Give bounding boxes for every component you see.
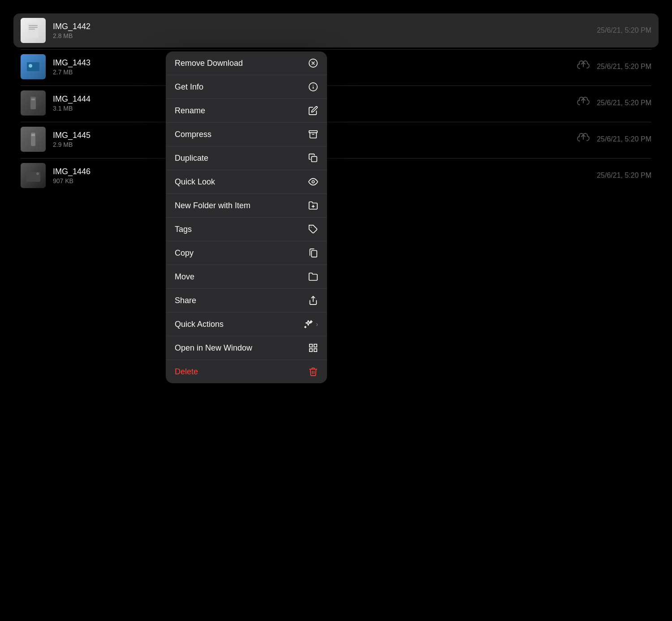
menu-item-duplicate[interactable]: Duplicate: [166, 146, 327, 170]
pencil-icon: [308, 106, 318, 116]
copy-icon: [308, 248, 318, 258]
duplicate-icon: [308, 153, 318, 163]
menu-item-rename[interactable]: Rename: [166, 99, 327, 123]
menu-item-share[interactable]: Share: [166, 289, 327, 313]
eye-icon: [308, 177, 318, 187]
file-item[interactable]: IMG_1444 3.1 MB 25/6/21, 5:20 PM: [13, 86, 659, 120]
svg-rect-20: [311, 251, 317, 257]
svg-rect-5: [29, 64, 32, 68]
share-icon: [308, 296, 318, 305]
trash-icon: [308, 367, 318, 377]
menu-label-move: Move: [175, 272, 194, 282]
menu-item-quick-actions[interactable]: Quick Actions ›: [166, 313, 327, 336]
file-date: 25/6/21, 5:20 PM: [597, 171, 651, 180]
folder-icon: [308, 272, 318, 282]
menu-item-delete[interactable]: Delete: [166, 360, 327, 383]
cloud-upload-icon: [577, 133, 590, 146]
file-name: IMG_1442: [53, 22, 597, 31]
svg-rect-7: [31, 99, 35, 100]
archive-icon: [308, 129, 318, 139]
file-date: 25/6/21, 5:20 PM: [597, 135, 651, 143]
svg-point-11: [36, 172, 39, 175]
menu-label-quick-actions: Quick Actions: [175, 320, 224, 329]
menu-label-compress: Compress: [175, 130, 211, 139]
file-thumbnail: [21, 90, 46, 116]
menu-label-copy: Copy: [175, 248, 194, 258]
file-item-selected[interactable]: IMG_1442 2.8 MB 25/6/21, 5:20 PM: [13, 13, 659, 47]
svg-rect-25: [314, 349, 317, 351]
svg-rect-22: [310, 344, 312, 347]
menu-label-remove-download: Remove Download: [175, 59, 243, 68]
menu-label-quick-look: Quick Look: [175, 177, 215, 187]
menu-item-tags[interactable]: Tags: [166, 218, 327, 241]
file-date: 25/6/21, 5:20 PM: [597, 99, 651, 107]
sparkles-icon: [303, 319, 313, 329]
chevron-right-icon: ›: [316, 321, 318, 328]
menu-label-rename: Rename: [175, 106, 205, 116]
menu-item-compress[interactable]: Compress: [166, 123, 327, 146]
menu-item-move[interactable]: Move: [166, 265, 327, 289]
file-item[interactable]: IMG_1446 907 KB 25/6/21, 5:20 PM: [13, 158, 659, 193]
svg-rect-4: [27, 62, 39, 71]
svg-rect-23: [314, 344, 317, 347]
file-item[interactable]: IMG_1445 2.9 MB 25/6/21, 5:20 PM: [13, 122, 659, 156]
file-size: 2.8 MB: [53, 32, 597, 39]
file-date: 25/6/21, 5:20 PM: [597, 26, 651, 34]
file-thumbnail: [21, 54, 46, 79]
grid-icon: [308, 343, 318, 353]
svg-point-16: [312, 180, 314, 183]
file-thumbnail: [21, 127, 46, 152]
svg-rect-14: [309, 131, 317, 133]
svg-rect-9: [31, 134, 35, 136]
menu-label-new-folder-item: New Folder with Item: [175, 201, 250, 210]
menu-label-tags: Tags: [175, 225, 192, 234]
svg-rect-24: [310, 349, 312, 351]
file-item[interactable]: IMG_1443 2.7 MB 25/6/21, 5:20 PM: [13, 50, 659, 84]
file-info: IMG_1442 2.8 MB: [53, 22, 597, 39]
menu-label-duplicate: Duplicate: [175, 154, 208, 163]
svg-rect-3: [29, 29, 35, 30]
tag-icon: [308, 224, 318, 234]
folder-plus-icon: [308, 201, 318, 210]
circle-x-icon: [308, 58, 318, 68]
menu-item-get-info[interactable]: Get Info: [166, 75, 327, 99]
file-thumbnail: [21, 163, 46, 188]
menu-item-quick-look[interactable]: Quick Look: [166, 170, 327, 194]
svg-rect-2: [29, 27, 38, 28]
svg-rect-1: [29, 25, 38, 26]
file-date: 25/6/21, 5:20 PM: [597, 63, 651, 71]
menu-item-remove-download[interactable]: Remove Download: [166, 51, 327, 75]
menu-label-open-new-window: Open in New Window: [175, 343, 252, 353]
svg-rect-15: [311, 156, 317, 162]
menu-label-delete: Delete: [175, 367, 198, 377]
menu-item-copy[interactable]: Copy: [166, 241, 327, 265]
menu-item-open-new-window[interactable]: Open in New Window: [166, 336, 327, 360]
menu-item-new-folder-item[interactable]: New Folder with Item: [166, 194, 327, 218]
menu-label-get-info: Get Info: [175, 82, 203, 92]
file-thumbnail: [21, 18, 46, 43]
menu-label-share: Share: [175, 296, 196, 305]
info-circle-icon: [308, 82, 318, 92]
cloud-upload-icon: [577, 97, 590, 109]
context-menu: Remove Download Get Info: [166, 51, 327, 383]
cloud-upload-icon: [577, 60, 590, 73]
